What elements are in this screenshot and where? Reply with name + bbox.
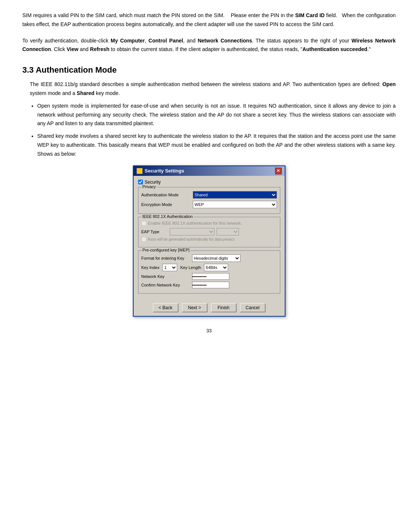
eap-type-row: EAP Type bbox=[141, 228, 277, 235]
refresh-label: Refresh bbox=[90, 46, 109, 52]
confirm-key-row: Confirm Network Key bbox=[141, 282, 277, 288]
key-length-label: Key Length bbox=[180, 265, 201, 270]
view-label: View bbox=[67, 46, 79, 52]
dialog-titlebar: Security Settings ✕ bbox=[134, 166, 285, 176]
enc-mode-row: Encryption Mode WEP None bbox=[141, 201, 277, 208]
auth-mode-label: Authentication Mode bbox=[141, 193, 190, 197]
network-connections-label: Network Connections bbox=[198, 38, 252, 44]
finish-button[interactable]: Finish bbox=[211, 303, 236, 312]
eap-type-select[interactable] bbox=[170, 228, 214, 235]
confirm-key-label: Confirm Network Key bbox=[141, 283, 190, 287]
security-checkbox-label: Security bbox=[145, 180, 161, 185]
keys-auto-row: Keys will be generated automatically for… bbox=[141, 237, 277, 242]
bullet-2: Shared key mode involves a shared secret… bbox=[37, 132, 396, 158]
verify-paragraph: To verify authentication, double-click M… bbox=[22, 37, 396, 54]
privacy-group-box: Privacy Authentication Mode Shared Open … bbox=[138, 187, 280, 214]
enc-mode-select[interactable]: WEP None bbox=[193, 201, 277, 208]
control-panel-label: Control Panel bbox=[149, 38, 183, 44]
security-checkbox[interactable] bbox=[138, 180, 143, 184]
dialog-title-group: Security Settings bbox=[137, 168, 184, 174]
section-3-3-desc: The IEEE 802.11b/g standard describes a … bbox=[30, 80, 396, 98]
key-length-select[interactable]: 64Bits 128Bits bbox=[204, 264, 228, 271]
auth-mode-select[interactable]: Shared Open bbox=[193, 191, 277, 199]
ieee-checkbox-row: Enable IEEE 802.1X authentication for th… bbox=[141, 221, 277, 226]
cancel-button[interactable]: Cancel bbox=[240, 303, 265, 312]
auth-mode-row: Authentication Mode Shared Open bbox=[141, 191, 277, 199]
back-button[interactable]: < Back bbox=[153, 303, 178, 312]
dialog-container: Security Settings ✕ Security Privacy Aut… bbox=[22, 165, 396, 317]
sim-card-id-label: SIM Card ID bbox=[295, 12, 325, 18]
security-checkbox-row: Security bbox=[138, 180, 280, 185]
bullet-list: Open system mode is implemented for ease… bbox=[37, 102, 396, 159]
ieee-group-title: IEEE 802.1X Authentication bbox=[141, 214, 194, 219]
confirm-key-input[interactable] bbox=[192, 282, 229, 288]
dialog-body: Security Privacy Authentication Mode Sha… bbox=[134, 176, 285, 300]
eap-type-label: EAP Type bbox=[141, 229, 167, 234]
key-index-row: Key Index 1 2 3 4 Key Length 64Bits 128B… bbox=[141, 264, 277, 271]
ieee-group-box: IEEE 802.1X Authentication Enable IEEE 8… bbox=[138, 217, 280, 247]
intro-paragraph-1: SIM requires a valid PIN to the SIM card… bbox=[22, 11, 396, 29]
my-computer-label: My Computer bbox=[111, 38, 145, 44]
eap-type-select-2[interactable] bbox=[217, 228, 239, 235]
section-3-3-heading: 3.3 Authentication Mode bbox=[22, 65, 396, 75]
key-index-select[interactable]: 1 2 3 4 bbox=[162, 264, 177, 271]
keys-auto-checkbox[interactable] bbox=[141, 237, 146, 242]
auth-succeeded-label: Authentication succeeded bbox=[303, 46, 367, 52]
ieee-checkbox[interactable] bbox=[141, 221, 146, 226]
format-key-row: Format for entering Key Hexadecimal digi… bbox=[141, 254, 277, 262]
network-key-row: Network Key bbox=[141, 273, 277, 280]
wep-group-title: Pre-configured key [WEP] bbox=[141, 248, 191, 252]
page-number: 33 bbox=[22, 328, 396, 333]
network-key-label: Network Key bbox=[141, 274, 190, 279]
enc-mode-label: Encryption Mode bbox=[141, 202, 190, 207]
next-button[interactable]: Next > bbox=[182, 303, 207, 312]
key-index-label: Key Index bbox=[141, 265, 160, 270]
open-label: Open bbox=[382, 81, 396, 87]
dialog-buttons-row: < Back Next > Finish Cancel bbox=[134, 300, 285, 316]
keys-auto-label: Keys will be generated automatically for… bbox=[148, 237, 235, 241]
network-key-input[interactable] bbox=[192, 273, 229, 280]
ieee-checkbox-label: Enable IEEE 802.1X authentication for th… bbox=[148, 221, 242, 225]
dialog-close-button[interactable]: ✕ bbox=[275, 168, 282, 174]
dialog-title-icon bbox=[137, 168, 143, 174]
privacy-group-title: Privacy bbox=[141, 184, 157, 189]
security-settings-dialog: Security Settings ✕ Security Privacy Aut… bbox=[133, 165, 285, 317]
wep-group-box: Pre-configured key [WEP] Format for ente… bbox=[138, 250, 280, 294]
format-select[interactable]: Hexadecimal digits ASCII characters bbox=[192, 254, 240, 262]
format-label: Format for entering Key bbox=[141, 256, 190, 260]
dialog-title-text: Security Settings bbox=[145, 168, 184, 174]
shared-label: Shared bbox=[77, 90, 94, 96]
bullet-1: Open system mode is implemented for ease… bbox=[37, 102, 396, 128]
